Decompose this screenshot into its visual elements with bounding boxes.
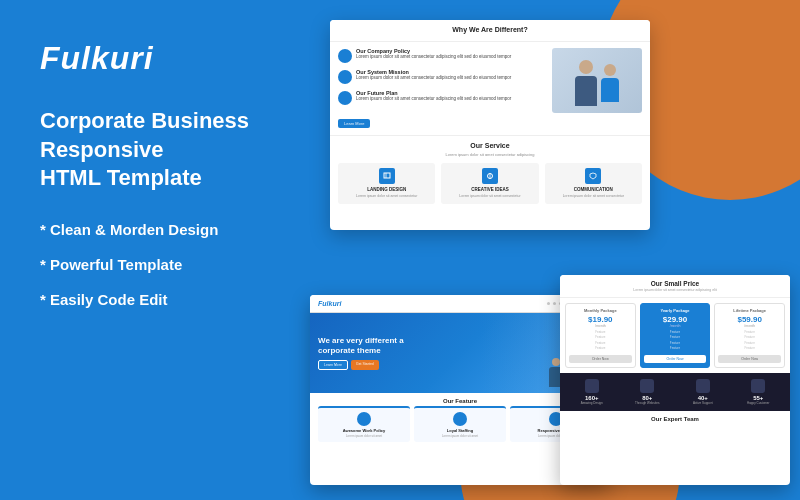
ss-top-body: Our Company Policy Lorem ipsum dolor sit… xyxy=(330,42,650,135)
br-stat-4: 55+ Happy Customer xyxy=(733,379,785,405)
bl-hero-btn1[interactable]: Learn More xyxy=(318,360,348,370)
svg-rect-0 xyxy=(384,173,390,178)
bl-nav-dot-1 xyxy=(547,302,550,305)
br-price-btn-2[interactable]: Order Now xyxy=(644,355,707,363)
br-price-btn-3[interactable]: Order Now xyxy=(718,355,781,363)
bl-feature-card-2: Loyal Staffing Lorem ipsum dolor sit ame… xyxy=(414,406,506,442)
bl-nav-dot-2 xyxy=(553,302,556,305)
screenshot-top: Why We Are Different? Our Company Policy… xyxy=(330,20,650,230)
tagline-line2: HTML Template xyxy=(40,165,202,190)
ss-feature-text-2: Our System Mission Lorem ipsum dolor sit… xyxy=(356,69,511,81)
br-price-card-3: Lifetime Package $59.90 /month FeatureFe… xyxy=(714,303,785,368)
ss-service-subtitle: Lorem ipsum dolor sit amet consectetur a… xyxy=(338,152,642,157)
page-container: Fulkuri Corporate Business Responsive HT… xyxy=(0,0,800,500)
ss-feature-2: Our System Mission Lorem ipsum dolor sit… xyxy=(338,69,544,84)
tagline-line1: Corporate Business Responsive xyxy=(40,108,249,162)
features-list: * Clean & Morden Design * Powerful Templ… xyxy=(40,221,280,308)
ss-service-icon-3 xyxy=(585,168,601,184)
br-stats-section: 160+ Amazing Design 80+ Through Websites… xyxy=(560,373,790,411)
ss-service-card-1: LANDING DESIGN Lorem ipsum dolor sit ame… xyxy=(338,163,435,204)
ss-service-icon-2 xyxy=(482,168,498,184)
br-team-section: Our Expert Team xyxy=(560,411,790,427)
ss-service-card-3: COMMUNICATION Lorem ipsum dolor sit amet… xyxy=(545,163,642,204)
ss-top-features: Our Company Policy Lorem ipsum dolor sit… xyxy=(338,48,544,129)
feature-item-3: * Easily Code Edit xyxy=(40,291,280,308)
ss-service-card-2: CREATIVE IDEAS Lorem ipsum dolor sit ame… xyxy=(441,163,538,204)
ss-service-icon-1 xyxy=(379,168,395,184)
br-pricing-cards: Monthly Package $19.90 /month FeatureFea… xyxy=(560,298,790,373)
br-stat-icon-1 xyxy=(585,379,599,393)
bl-card-icon-1 xyxy=(357,412,371,426)
screenshot-bottom-right: Our Small Price Lorem ipsum dolor sit am… xyxy=(560,275,790,485)
ss-service-title: Our Service xyxy=(338,142,642,149)
bl-hero-text: We are very different a corporate theme … xyxy=(318,336,404,371)
bl-logo: Fulkuri xyxy=(318,300,341,307)
person-silhouette-2 xyxy=(601,64,619,102)
ss-feature-3: Our Future Plan Lorem ipsum dolor sit am… xyxy=(338,90,544,105)
right-panel: Why We Are Different? Our Company Policy… xyxy=(310,0,800,500)
bl-hero-title: We are very different a corporate theme xyxy=(318,336,404,357)
left-panel: Fulkuri Corporate Business Responsive HT… xyxy=(0,0,310,500)
bl-card-icon-2 xyxy=(453,412,467,426)
ss-feature-text-1: Our Company Policy Lorem ipsum dolor sit… xyxy=(356,48,511,60)
ss-feature-text-3: Our Future Plan Lorem ipsum dolor sit am… xyxy=(356,90,511,102)
ss-feature-icon-2 xyxy=(338,70,352,84)
bl-hero-btns: Learn More Get Started xyxy=(318,360,404,370)
ss-top-header: Why We Are Different? xyxy=(330,20,650,42)
ss-feature-icon-1 xyxy=(338,49,352,63)
feature-item-1: * Clean & Morden Design xyxy=(40,221,280,238)
br-pricing-subtitle: Lorem ipsum dolor sit amet consectetur a… xyxy=(566,288,784,292)
br-stat-icon-2 xyxy=(640,379,654,393)
ss-service-section: Our Service Lorem ipsum dolor sit amet c… xyxy=(330,135,650,210)
br-stat-icon-3 xyxy=(696,379,710,393)
br-stat-2: 80+ Through Websites xyxy=(622,379,674,405)
ss-feature-1: Our Company Policy Lorem ipsum dolor sit… xyxy=(338,48,544,63)
br-price-btn-1[interactable]: Order Now xyxy=(569,355,632,363)
person-silhouette-1 xyxy=(575,60,597,106)
ss-feature-icon-3 xyxy=(338,91,352,105)
brand-logo: Fulkuri xyxy=(40,40,280,77)
bl-feature-card-1: Awesome Work Policy Lorem ipsum dolor si… xyxy=(318,406,410,442)
feature-item-2: * Powerful Template xyxy=(40,256,280,273)
br-price-card-1: Monthly Package $19.90 /month FeatureFea… xyxy=(565,303,636,368)
bl-hero-btn2[interactable]: Get Started xyxy=(351,360,379,370)
ss-service-cards: LANDING DESIGN Lorem ipsum dolor sit ame… xyxy=(338,163,642,204)
br-stat-1: 160+ Amazing Design xyxy=(566,379,618,405)
ss-top-image xyxy=(552,48,642,113)
br-team-title: Our Expert Team xyxy=(566,416,784,422)
brand-tagline: Corporate Business Responsive HTML Templ… xyxy=(40,107,280,193)
ss-top-button[interactable]: Learn More xyxy=(338,119,370,128)
ss-top-image-area xyxy=(552,48,642,129)
br-stat-icon-4 xyxy=(751,379,765,393)
br-stat-3: 40+ Active Support xyxy=(677,379,729,405)
br-header: Our Small Price Lorem ipsum dolor sit am… xyxy=(560,275,790,298)
br-price-card-2: Yearly Package $29.90 /month FeatureFeat… xyxy=(640,303,711,368)
br-pricing-title: Our Small Price xyxy=(566,280,784,287)
ss-top-section1-title: Why We Are Different? xyxy=(338,26,642,33)
